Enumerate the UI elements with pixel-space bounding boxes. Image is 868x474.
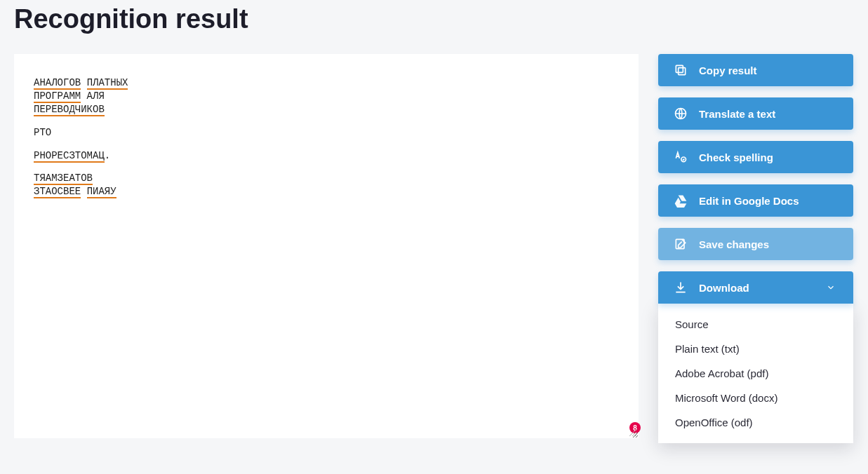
svg-rect-1: [676, 65, 683, 72]
misspelled-word[interactable]: ПЕРЕВОДЧИКОВ: [34, 104, 105, 116]
download-label: Download: [699, 282, 749, 294]
download-button[interactable]: Download: [658, 271, 853, 304]
editor-line[interactable]: ПРОГРАММ АЛЯ: [34, 90, 619, 103]
editor-line[interactable]: ЗТАОСВЕЕ ПИАЯУ: [34, 185, 619, 198]
misspelled-word[interactable]: РНОРЕСЗТОМАЦ: [34, 150, 105, 163]
copy-label: Copy result: [699, 65, 757, 76]
misspelled-word[interactable]: ПРОГРАММ: [34, 90, 81, 103]
copy-icon: [674, 63, 688, 77]
gdocs-label: Edit in Google Docs: [699, 195, 799, 207]
error-count-badge[interactable]: 8: [629, 422, 641, 433]
download-icon: [674, 280, 688, 294]
result-editor[interactable]: АНАЛОГОВ ПЛАТНЫХПРОГРАММ АЛЯПЕРЕВОДЧИКОВ…: [14, 54, 639, 438]
copy-result-button[interactable]: Copy result: [658, 54, 853, 86]
download-option[interactable]: Source: [658, 312, 853, 337]
download-option[interactable]: Plain text (txt): [658, 337, 853, 361]
translate-label: Translate a text: [699, 108, 775, 120]
editor-line[interactable]: РТО: [34, 126, 619, 140]
text-segment: [81, 77, 86, 88]
download-option[interactable]: Microsoft Word (docx): [658, 386, 853, 410]
misspelled-word[interactable]: АНАЛОГОВ: [34, 77, 81, 90]
edit-gdocs-button[interactable]: Edit in Google Docs: [658, 184, 853, 217]
spell-label: Check spelling: [699, 151, 773, 163]
globe-icon: [674, 107, 688, 121]
misspelled-word[interactable]: ПИАЯУ: [87, 186, 116, 198]
download-menu: SourcePlain text (txt)Adobe Acrobat (pdf…: [658, 304, 853, 443]
misspelled-word[interactable]: ПЛАТНЫХ: [87, 77, 128, 90]
main-layout: АНАЛОГОВ ПЛАТНЫХПРОГРАММ АЛЯПЕРЕВОДЧИКОВ…: [14, 54, 854, 443]
text-segment: АЛЯ: [81, 90, 105, 102]
misspelled-word[interactable]: ТЯАМЗЕАТОВ: [34, 172, 93, 185]
editor-container: АНАЛОГОВ ПЛАТНЫХПРОГРАММ АЛЯПЕРЕВОДЧИКОВ…: [14, 54, 639, 438]
edit-icon: [674, 237, 688, 251]
editor-line[interactable]: ТЯАМЗЕАТОВ: [34, 172, 619, 185]
text-segment: [81, 186, 86, 197]
editor-line[interactable]: ПЕРЕВОДЧИКОВ: [34, 103, 619, 116]
google-drive-icon: [674, 194, 688, 208]
editor-line[interactable]: АНАЛОГОВ ПЛАТНЫХ: [34, 76, 619, 90]
chevron-down-icon: [824, 280, 838, 294]
download-option[interactable]: OpenOffice (odf): [658, 410, 853, 435]
save-changes-button: Save changes: [658, 228, 853, 260]
svg-rect-0: [679, 68, 686, 75]
misspelled-word[interactable]: ЗТАОСВЕЕ: [34, 186, 81, 198]
spellcheck-icon: [674, 150, 688, 164]
page-title: Recognition result: [14, 4, 854, 34]
download-block: Download SourcePlain text (txt)Adobe Acr…: [658, 271, 853, 443]
actions-sidebar: Copy result Translate a text Check spell…: [658, 54, 853, 443]
text-segment: .: [105, 150, 110, 161]
check-spelling-button[interactable]: Check spelling: [658, 141, 853, 173]
editor-line[interactable]: РНОРЕСЗТОМАЦ.: [34, 149, 619, 163]
text-segment: РТО: [34, 127, 51, 138]
download-option[interactable]: Adobe Acrobat (pdf): [658, 361, 853, 386]
translate-button[interactable]: Translate a text: [658, 97, 853, 130]
save-label: Save changes: [699, 238, 769, 250]
